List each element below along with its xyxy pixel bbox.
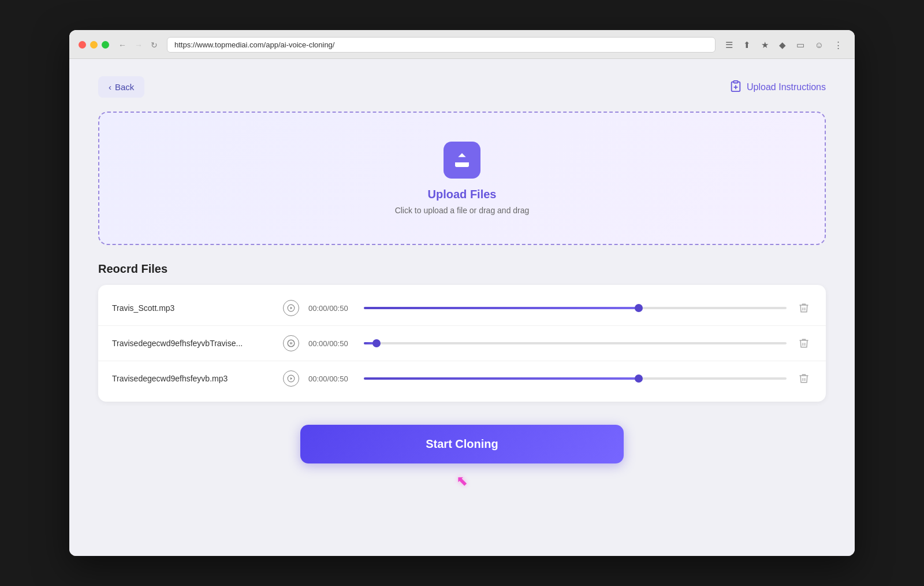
table-row: Travisedegecwd9efhsfeyvbTravise... 00:00… [98,326,826,361]
upload-instructions-button[interactable]: Upload Instructions [729,80,826,95]
reload-button[interactable]: ↻ [148,39,160,51]
upload-icon-wrapper [444,142,480,179]
svg-marker-9 [290,377,293,380]
table-row: Travis_Scott.mp3 00:00/00:50 [98,291,826,326]
file-name: Travisedegecwd9efhsfeyvb.mp3 [112,374,274,383]
play-icon [287,374,295,383]
top-bar: ‹ Back Upload Instructions [98,76,826,98]
page-content: ‹ Back Upload Instructions [69,59,855,556]
trash-icon [798,302,810,314]
browser-actions: ☰ ⬆ ★ ◆ ▭ ☺ ⋮ [722,38,845,52]
forward-nav-button[interactable]: → [132,39,145,51]
trash-icon [798,337,810,349]
upload-title: Upload Files [428,188,497,201]
progress-thumb[interactable] [635,374,643,383]
extensions-button[interactable]: ◆ [776,38,789,52]
play-button[interactable] [283,370,299,387]
browser-chrome: ← → ↻ https://www.topmediai.com/app/ai-v… [69,30,855,59]
back-button[interactable]: ‹ Back [98,76,144,98]
progress-thumb[interactable] [372,339,381,347]
progress-bar[interactable] [364,342,787,344]
upload-zone[interactable]: Upload Files Click to upload a file or d… [98,112,826,245]
progress-bar[interactable] [364,377,787,380]
bookmarks-button[interactable]: ☰ [722,38,736,52]
file-name: Travisedegecwd9efhsfeyvbTravise... [112,339,274,348]
minimize-traffic-light[interactable] [90,41,98,49]
files-wrapper: Travis_Scott.mp3 00:00/00:50 [98,285,826,402]
progress-bar[interactable] [364,307,787,309]
trash-icon [798,373,810,384]
play-icon [287,304,295,312]
time-display: 00:00/00:50 [308,374,355,383]
menu-button[interactable]: ⋮ [831,38,845,52]
nav-buttons: ← → ↻ [116,39,160,51]
svg-marker-4 [290,307,293,310]
split-view-button[interactable]: ▭ [793,38,807,52]
profile-button[interactable]: ☺ [812,38,826,51]
section-title: Reocrd Files [98,262,826,276]
time-display: 00:00/00:50 [308,304,355,313]
maximize-traffic-light[interactable] [102,41,109,49]
upload-subtitle: Click to upload a file or drag and drag [395,206,530,215]
upload-icon [453,151,471,169]
share-button[interactable]: ⬆ [740,38,754,52]
upload-instructions-label: Upload Instructions [747,82,826,92]
traffic-lights [79,41,109,49]
progress-fill [364,307,639,309]
address-bar[interactable]: https://www.topmediai.com/app/ai-voice-c… [167,37,716,53]
time-display: 00:00/00:50 [308,339,355,348]
back-chevron-icon: ‹ [109,82,111,92]
progress-thumb[interactable] [635,304,643,312]
file-name: Travis_Scott.mp3 [112,303,274,313]
delete-button[interactable] [796,335,812,351]
files-list: Travis_Scott.mp3 00:00/00:50 [98,285,826,402]
progress-fill [364,377,639,380]
cursor-wrapper: ⬉ [98,473,826,489]
pause-icon [287,339,295,347]
pause-button[interactable] [283,335,299,351]
play-button[interactable] [283,300,299,316]
close-traffic-light[interactable] [79,41,86,49]
delete-button[interactable] [796,370,812,387]
browser-window: ← → ↻ https://www.topmediai.com/app/ai-v… [69,30,855,556]
delete-button[interactable] [796,300,812,316]
table-row: Travisedegecwd9efhsfeyvb.mp3 00:00/00:50 [98,361,826,396]
start-cloning-button[interactable]: Start Cloning [300,425,624,463]
svg-point-5 [288,340,295,347]
svg-rect-0 [733,80,737,83]
progress-fill [364,342,377,344]
back-nav-button[interactable]: ← [116,39,129,51]
star-button[interactable]: ★ [758,38,772,52]
cursor-icon: ⬉ [456,473,468,489]
clipboard-icon [729,80,742,95]
back-label: Back [115,82,134,92]
url-text: https://www.topmediai.com/app/ai-voice-c… [174,40,334,49]
